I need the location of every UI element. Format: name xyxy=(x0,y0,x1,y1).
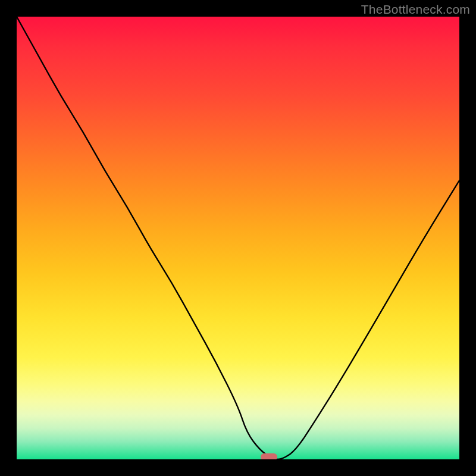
svg-rect-0 xyxy=(261,453,277,459)
chart-frame: TheBottleneck.com xyxy=(0,0,476,476)
curve-layer xyxy=(17,17,459,459)
watermark-text: TheBottleneck.com xyxy=(361,2,470,17)
bottleneck-curve xyxy=(17,17,459,459)
plot-area xyxy=(17,17,459,459)
min-marker xyxy=(261,453,277,459)
